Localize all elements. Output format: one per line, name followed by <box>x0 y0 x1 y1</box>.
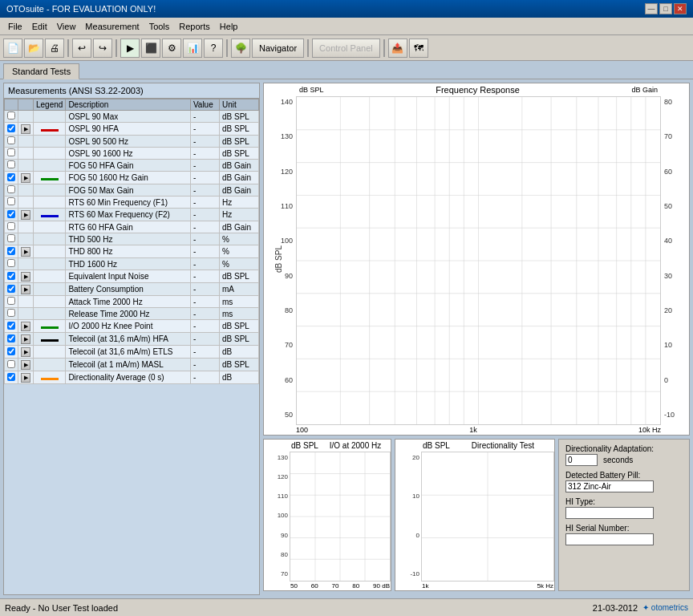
play-button[interactable]: ▶ <box>21 272 30 282</box>
menu-edit[interactable]: Edit <box>27 20 52 33</box>
row-unit: dB SPL <box>220 270 259 283</box>
row-checkbox[interactable] <box>5 283 18 296</box>
play-button[interactable]: ▶ <box>21 347 30 357</box>
row-play[interactable]: ▶ <box>18 283 34 296</box>
menu-reports[interactable]: Reports <box>174 20 215 33</box>
dir-info-panel: Directionality Adaptation: seconds Detec… <box>558 439 690 591</box>
settings-button[interactable]: ⚙ <box>162 38 181 58</box>
export-button[interactable]: 📤 <box>388 38 407 58</box>
row-play[interactable] <box>18 308 34 320</box>
new-button[interactable]: 📄 <box>3 38 22 58</box>
navigator-button[interactable]: Navigator <box>252 38 304 58</box>
row-play[interactable] <box>18 197 34 209</box>
row-play[interactable] <box>18 233 34 245</box>
help-button[interactable]: ? <box>204 38 223 58</box>
row-value: - <box>190 136 219 148</box>
hi-type-label: HI Type: <box>565 497 683 506</box>
play-button[interactable]: ▶ <box>21 360 30 370</box>
play-button[interactable]: ▶ <box>21 124 30 134</box>
row-play[interactable]: ▶ <box>18 333 34 346</box>
row-checkbox[interactable] <box>5 160 18 172</box>
row-play[interactable] <box>18 160 34 172</box>
row-checkbox[interactable] <box>5 233 18 245</box>
row-play[interactable]: ▶ <box>18 123 34 136</box>
minimize-button[interactable]: — <box>645 3 658 14</box>
import-button[interactable]: 🗺 <box>409 38 428 58</box>
row-checkbox[interactable] <box>5 172 18 184</box>
menu-view[interactable]: View <box>52 20 81 33</box>
row-checkbox[interactable] <box>5 245 18 258</box>
menu-bar: File Edit View Measurement Tools Reports… <box>0 18 693 35</box>
row-play[interactable]: ▶ <box>18 320 34 333</box>
row-play[interactable] <box>18 296 34 308</box>
row-checkbox[interactable] <box>5 296 18 308</box>
row-unit: dB SPL <box>220 320 259 333</box>
row-checkbox[interactable] <box>5 333 18 346</box>
tree-icon[interactable]: 🌳 <box>231 38 250 58</box>
menu-file[interactable]: File <box>3 20 27 33</box>
row-checkbox[interactable] <box>5 308 18 320</box>
row-play[interactable]: ▶ <box>18 371 34 384</box>
play-button[interactable]: ▶ <box>21 210 30 220</box>
play-button[interactable]: ▶ <box>21 247 30 257</box>
battery-input[interactable] <box>565 480 654 492</box>
undo-button[interactable]: ↩ <box>72 38 91 58</box>
row-unit: dB SPL <box>220 359 259 371</box>
row-play[interactable] <box>18 221 34 233</box>
row-description: FOG 50 HFA Gain <box>66 160 191 172</box>
row-play[interactable] <box>18 111 34 123</box>
play-button[interactable]: ▶ <box>21 285 30 294</box>
row-checkbox[interactable] <box>5 359 18 371</box>
redo-button[interactable]: ↪ <box>93 38 112 58</box>
row-checkbox[interactable] <box>5 320 18 333</box>
row-checkbox[interactable] <box>5 346 18 359</box>
row-checkbox[interactable] <box>5 148 18 160</box>
row-play[interactable]: ▶ <box>18 270 34 283</box>
row-unit: dB <box>220 346 259 359</box>
hi-type-input[interactable] <box>565 507 654 519</box>
dir-svg <box>422 452 553 581</box>
row-checkbox[interactable] <box>5 123 18 136</box>
row-unit: % <box>220 245 259 258</box>
menu-help[interactable]: Help <box>215 20 243 33</box>
row-play[interactable]: ▶ <box>18 359 34 371</box>
dir-labels: dB SPL Directionality Test <box>421 440 554 452</box>
row-checkbox[interactable] <box>5 136 18 148</box>
chart-xlabel-left: dB SPL <box>299 86 324 94</box>
row-play[interactable]: ▶ <box>18 245 34 258</box>
play-button[interactable]: ▶ <box>21 173 30 183</box>
row-checkbox[interactable] <box>5 371 18 384</box>
maximize-button[interactable]: □ <box>659 3 672 14</box>
row-play[interactable]: ▶ <box>18 346 34 359</box>
row-checkbox[interactable] <box>5 111 18 123</box>
row-play[interactable] <box>18 258 34 270</box>
row-checkbox[interactable] <box>5 184 18 197</box>
row-checkbox[interactable] <box>5 270 18 283</box>
menu-measurement[interactable]: Measurement <box>80 20 144 33</box>
row-play[interactable]: ▶ <box>18 172 34 184</box>
row-play[interactable]: ▶ <box>18 209 34 221</box>
play-button[interactable]: ▶ <box>21 334 30 344</box>
row-play[interactable] <box>18 148 34 160</box>
control-panel-button[interactable]: Control Panel <box>312 38 380 58</box>
row-checkbox[interactable] <box>5 258 18 270</box>
dir-seconds-input[interactable] <box>565 454 598 466</box>
chart-button[interactable]: 📊 <box>183 38 202 58</box>
hi-serial-input[interactable] <box>565 533 654 545</box>
status-date: 21-03-2012 <box>593 603 638 613</box>
start-button[interactable]: ▶ <box>120 38 140 58</box>
row-checkbox[interactable] <box>5 197 18 209</box>
print-button[interactable]: 🖨 <box>45 38 64 58</box>
close-button[interactable]: ✕ <box>674 3 687 14</box>
row-checkbox[interactable] <box>5 209 18 221</box>
stop-button[interactable]: ⬛ <box>141 38 160 58</box>
row-description: I/O 2000 Hz Knee Point <box>66 320 191 333</box>
play-button[interactable]: ▶ <box>21 322 30 331</box>
play-button[interactable]: ▶ <box>21 373 30 383</box>
menu-tools[interactable]: Tools <box>144 20 175 33</box>
row-play[interactable] <box>18 184 34 197</box>
open-button[interactable]: 📂 <box>24 38 43 58</box>
row-play[interactable] <box>18 136 34 148</box>
row-checkbox[interactable] <box>5 221 18 233</box>
tab-standard-tests[interactable]: Standard Tests <box>3 63 79 79</box>
